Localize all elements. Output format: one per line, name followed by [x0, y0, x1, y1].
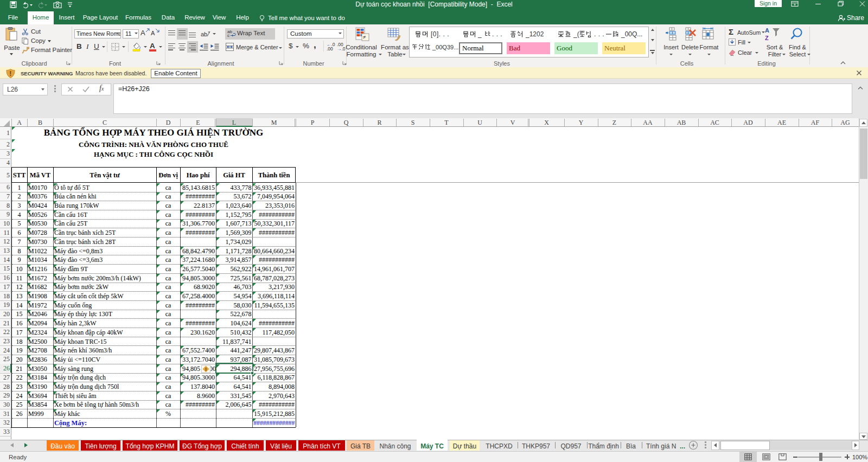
svg-text:Z: Z [765, 35, 769, 41]
svg-text:ab: ab [201, 31, 207, 37]
svg-text:!: ! [205, 366, 207, 372]
svg-text:≠: ≠ [363, 34, 366, 40]
svg-text:!: ! [9, 70, 11, 78]
svg-text:c: c [227, 33, 229, 37]
svg-text:A: A [765, 27, 769, 34]
